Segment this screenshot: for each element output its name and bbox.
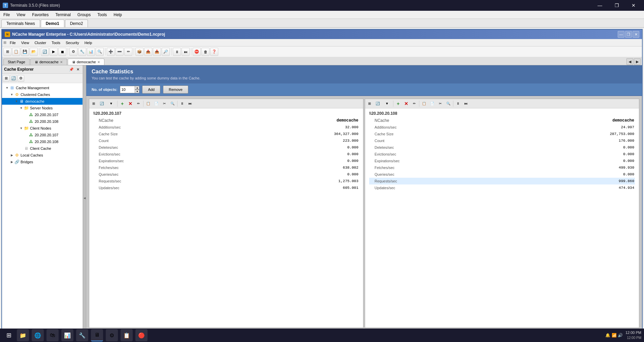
toolbar-btn-3[interactable]: 💾 <box>21 48 29 56</box>
stat-left-copy[interactable]: 📋 <box>144 100 152 107</box>
taskbar-browser[interactable]: 🌐 <box>32 329 44 341</box>
tree-item-democache[interactable]: ▼ 🖥 democache <box>2 98 83 105</box>
stat-left-edit[interactable]: ✏ <box>135 100 142 107</box>
stat-right-dropdown[interactable]: ▼ <box>382 100 392 107</box>
inner-menu-tools[interactable]: Tools <box>49 40 63 45</box>
outer-tab-demo2[interactable]: Demo2 <box>65 20 88 27</box>
tree-expand-cache-mgmt[interactable]: ▼ <box>5 86 9 90</box>
toolbar-btn-11[interactable]: 🔍 <box>96 48 104 56</box>
taskbar-store[interactable]: 🛍 <box>46 329 59 341</box>
inner-menu-view[interactable]: View <box>19 40 32 45</box>
tree-item-client-107[interactable]: 🖧 20.200.20.107 <box>2 132 83 138</box>
add-button[interactable]: Add <box>142 86 160 94</box>
outer-tab-terminals-news[interactable]: Terminals News <box>1 20 40 27</box>
toolbar-btn-6[interactable]: ▶ <box>50 48 58 56</box>
inner-minimize-btn[interactable]: — <box>618 31 624 38</box>
stat-right-search[interactable]: 🔍 <box>445 100 452 107</box>
tree-expand-democache[interactable]: ▼ <box>14 99 19 104</box>
taskbar-file-explorer[interactable]: 📁 <box>17 329 29 341</box>
tree-expand-clustered[interactable]: ▼ <box>9 92 14 97</box>
stat-right-btn1[interactable]: ⊞ <box>366 100 373 107</box>
taskbar-terminals[interactable]: 🖥 <box>91 329 103 341</box>
taskbar-app7[interactable]: ⚙ <box>106 329 118 341</box>
inner-tab-democache-2[interactable]: 🖥 democache ✕ <box>68 59 104 65</box>
inner-menu-security[interactable]: Security <box>63 40 82 45</box>
taskbar-app5[interactable]: 🔧 <box>76 329 88 341</box>
toolbar-btn-7[interactable]: ⏹ <box>58 48 66 56</box>
stat-right-add[interactable]: + <box>394 100 402 107</box>
taskbar-app4[interactable]: 📊 <box>61 329 73 341</box>
outer-tab-demo1[interactable]: Demo1 <box>41 20 64 27</box>
tree-expand-bridges[interactable]: ▶ <box>9 160 14 164</box>
toolbar-btn-20[interactable]: ⏭ <box>182 48 190 56</box>
toolbar-btn-17[interactable]: 📥 <box>153 48 161 56</box>
toolbar-btn-5[interactable]: 🔄 <box>41 48 49 56</box>
outer-close-btn[interactable]: ✕ <box>626 0 641 11</box>
tree-item-cache-management[interactable]: ▼ ⊞ Cache Management <box>2 84 83 91</box>
toolbar-btn-18[interactable]: 🔎 <box>162 48 170 56</box>
stat-left-pause[interactable]: ⏸ <box>179 100 186 107</box>
taskbar-app8[interactable]: 📋 <box>121 329 133 341</box>
toolbar-btn-22[interactable]: 🗑 <box>201 48 210 56</box>
toolbar-btn-8[interactable]: ⚙ <box>69 48 77 56</box>
outer-menu-file[interactable]: File <box>0 11 13 18</box>
tree-item-server-107[interactable]: 🖧 20.200.20.107 <box>2 111 83 118</box>
stat-left-remove[interactable]: ✕ <box>127 100 134 107</box>
stat-left-btn2[interactable]: 🔄 <box>98 100 105 107</box>
toolbar-btn-10[interactable]: 📊 <box>87 48 95 56</box>
outer-menu-view[interactable]: View <box>13 11 29 18</box>
stat-right-pause[interactable]: ⏸ <box>454 100 462 107</box>
tab-scroll-right[interactable]: ▶ <box>634 58 641 65</box>
tree-item-client-108[interactable]: 🖧 20.200.20.108 <box>2 138 83 145</box>
stat-right-edit[interactable]: ✏ <box>411 100 418 107</box>
stat-right-btn2[interactable]: 🔄 <box>374 100 381 107</box>
inner-tab-democache-1[interactable]: 🖥 democache ✕ <box>30 59 67 65</box>
inner-close-btn[interactable]: ✕ <box>633 31 639 38</box>
toolbar-btn-12[interactable]: ➕ <box>107 48 115 56</box>
sidebar-pin-btn[interactable]: 📌 <box>69 67 74 72</box>
tree-item-server-108[interactable]: 🖧 20.200.20.108 <box>2 118 83 125</box>
taskbar-app9[interactable]: 🔴 <box>135 329 148 341</box>
stat-right-copy[interactable]: 📋 <box>420 100 428 107</box>
inner-tab-start-page[interactable]: Start Page <box>3 59 30 65</box>
stat-left-cut[interactable]: ✂ <box>161 100 168 107</box>
tree-item-local-caches[interactable]: ▶ ⚙ Local Caches <box>2 152 83 159</box>
start-button[interactable]: ⊞ <box>3 329 15 341</box>
stat-left-dropdown[interactable]: ▼ <box>106 100 116 107</box>
outer-menu-help[interactable]: Help <box>110 11 125 18</box>
sidebar-toolbar-btn2[interactable]: 🔄 <box>10 75 17 82</box>
toolbar-btn-13[interactable]: ➖ <box>116 48 124 56</box>
tree-expand-client-nodes[interactable]: ▼ <box>19 126 24 131</box>
sidebar-toolbar-btn3[interactable]: ⚙ <box>18 75 24 82</box>
num-spin-up[interactable]: ▲ <box>135 86 139 90</box>
outer-menu-tools[interactable]: Tools <box>94 11 110 18</box>
stat-right-cut[interactable]: ✂ <box>437 100 444 107</box>
tree-item-client-nodes[interactable]: ▼ 📁 Client Nodes <box>2 125 83 132</box>
tree-expand-server-nodes[interactable]: ▼ <box>19 106 24 110</box>
tree-expand-local[interactable]: ▶ <box>9 153 14 158</box>
stat-left-paste[interactable]: 📄 <box>153 100 160 107</box>
toolbar-btn-4[interactable]: 📂 <box>30 48 38 56</box>
outer-minimize-btn[interactable]: — <box>592 0 608 11</box>
outer-menu-terminal[interactable]: Terminal <box>52 11 74 18</box>
stat-left-add[interactable]: + <box>119 100 126 107</box>
tab-scroll-left[interactable]: ◀ <box>626 58 633 65</box>
stat-right-end[interactable]: ⏭ <box>462 100 470 107</box>
outer-menu-favorites[interactable]: Favorites <box>29 11 52 18</box>
toolbar-btn-19[interactable]: ⏸ <box>173 48 181 56</box>
stat-right-remove[interactable]: ✕ <box>402 100 410 107</box>
tree-item-client-cache[interactable]: 🖥 Client Cache <box>2 145 83 152</box>
toolbar-btn-2[interactable]: 📋 <box>12 48 20 56</box>
toolbar-btn-15[interactable]: 📦 <box>135 48 143 56</box>
sidebar-expand-arrow[interactable]: ◀ <box>83 65 86 331</box>
toolbar-btn-9[interactable]: 🔧 <box>78 48 86 56</box>
inner-restore-btn[interactable]: ❐ <box>625 31 632 38</box>
inner-menu-help[interactable]: Help <box>82 40 95 45</box>
inner-tab-democache2-close[interactable]: ✕ <box>97 60 100 64</box>
toolbar-btn-16[interactable]: 📤 <box>144 48 152 56</box>
stat-left-end[interactable]: ⏭ <box>187 100 194 107</box>
toolbar-btn-23[interactable]: ❓ <box>210 48 218 56</box>
tree-item-bridges[interactable]: ▶ 🔗 Bridges <box>2 159 83 165</box>
outer-restore-btn[interactable]: ❐ <box>609 0 624 11</box>
inner-tab-democache1-close[interactable]: ✕ <box>60 60 63 64</box>
